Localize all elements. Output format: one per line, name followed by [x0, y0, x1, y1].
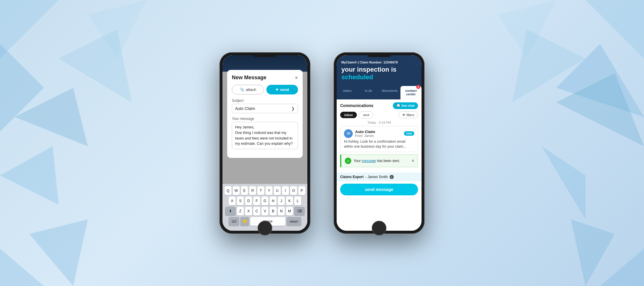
key-w[interactable]: W — [233, 186, 240, 195]
svg-marker-3 — [0, 146, 59, 205]
message-textarea[interactable]: Hey James,One thing I noticed was that m… — [232, 122, 298, 149]
inbox-button[interactable]: inbox — [340, 112, 357, 118]
toast-text: Your message has been sent. — [354, 159, 400, 163]
key-g[interactable]: G — [261, 197, 268, 205]
svg-marker-5 — [59, 29, 132, 102]
info-icon[interactable]: i — [390, 175, 394, 179]
key-p[interactable]: P — [298, 186, 305, 195]
phone-2-home-button[interactable] — [372, 221, 386, 235]
check-icon: ✓ — [345, 158, 351, 164]
shift-key[interactable]: ⬆ — [225, 207, 236, 216]
message-preview: Hi Ashley, Look for a confirmation email… — [344, 139, 414, 149]
chat-icon: 💬 — [396, 104, 400, 108]
key-i[interactable]: I — [282, 186, 289, 195]
tab-status[interactable]: status — [337, 86, 358, 99]
message-link[interactable]: message — [362, 159, 376, 163]
svg-marker-15 — [600, 249, 644, 286]
claim-tabs: status to do documents contactcenter 1 — [337, 86, 422, 99]
svg-marker-1 — [0, 44, 44, 132]
key-j[interactable]: J — [278, 197, 285, 205]
live-chat-label: live chat — [402, 104, 415, 107]
your-message-label: Your message — [232, 117, 298, 121]
emoji-key[interactable]: 🙂 — [240, 217, 249, 226]
tab-documents[interactable]: documents — [379, 86, 400, 99]
inbox-sent-row: inbox sent 👁 filters — [340, 111, 418, 118]
phone-2: MyClaim® | Claim Number: 12345678 your i… — [334, 52, 424, 234]
close-icon[interactable]: × — [295, 75, 298, 80]
key-h[interactable]: H — [270, 197, 277, 205]
communications-header: Communications 💬 live chat — [340, 102, 418, 109]
phone-2-screen: MyClaim® | Claim Number: 12345678 your i… — [337, 55, 422, 231]
key-u[interactable]: U — [274, 186, 281, 195]
svg-marker-0 — [0, 0, 59, 58]
tab-badge: 1 — [416, 85, 420, 89]
key-c[interactable]: C — [253, 207, 260, 216]
key-y[interactable]: Y — [266, 186, 273, 195]
new-badge: new — [404, 131, 414, 136]
chevron-down-icon: ❯ — [291, 106, 295, 111]
svg-marker-11 — [512, 29, 585, 102]
message-meta: Auto Claim From: James — [355, 130, 402, 137]
subject-label: Subject — [232, 99, 298, 103]
key-k[interactable]: K — [286, 197, 293, 205]
svg-marker-6 — [585, 0, 644, 58]
key-d[interactable]: D — [245, 197, 252, 205]
claim-header: MyClaim® | Claim Number: 12345678 your i… — [337, 55, 422, 86]
key-v[interactable]: V — [261, 207, 268, 216]
toast-close-icon[interactable]: × — [412, 158, 414, 163]
success-toast: ✓ Your message has been sent. × — [340, 154, 418, 167]
paperclip-icon: 📎 — [240, 87, 244, 92]
message-date: Today - 3:19 PM — [340, 118, 418, 126]
svg-marker-14 — [0, 249, 44, 286]
claims-expert-bar: Claims Expert - James Smith i — [337, 173, 422, 181]
message-item[interactable]: JS Auto Claim From: James new Hi Ashley,… — [340, 126, 418, 152]
numbers-key[interactable]: 123 — [229, 217, 239, 226]
key-f[interactable]: F — [253, 197, 260, 205]
filters-label: filters — [407, 113, 414, 117]
phone-1: New Message × 📎 attach ✈ send — [220, 52, 310, 234]
svg-marker-12 — [88, 0, 146, 58]
claim-number-label: | Claim Number: 12345678 — [358, 61, 398, 64]
key-s[interactable]: S — [237, 197, 244, 205]
subject-field[interactable]: Auto Claim ❯ — [232, 104, 298, 113]
key-l[interactable]: L — [294, 197, 301, 205]
key-r[interactable]: R — [249, 186, 256, 195]
key-x[interactable]: X — [245, 207, 252, 216]
svg-marker-7 — [556, 44, 644, 117]
tab-todo[interactable]: to do — [358, 86, 379, 99]
communications-title: Communications — [340, 103, 374, 108]
svg-marker-9 — [542, 146, 585, 219]
message-subject: Auto Claim — [355, 130, 402, 134]
claims-expert-name: - James Smith — [365, 175, 388, 179]
key-z[interactable]: Z — [237, 207, 244, 216]
key-b[interactable]: B — [270, 207, 277, 216]
filters-button[interactable]: 👁 filters — [398, 111, 418, 118]
key-n[interactable]: N — [278, 207, 285, 216]
modal-actions: 📎 attach ✈ send — [232, 85, 298, 94]
key-o[interactable]: O — [290, 186, 297, 195]
delete-key[interactable]: ⌫ — [294, 207, 305, 216]
key-m[interactable]: M — [286, 207, 293, 216]
live-chat-button[interactable]: 💬 live chat — [393, 102, 418, 109]
subject-value: Auto Claim — [235, 106, 291, 111]
phone-1-home-button[interactable] — [258, 221, 272, 235]
key-e[interactable]: E — [241, 186, 248, 195]
attach-button[interactable]: 📎 attach — [232, 85, 264, 94]
send-button[interactable]: ✈ send — [266, 85, 298, 94]
key-a[interactable]: A — [229, 197, 236, 205]
claims-expert-label: Claims Expert — [340, 175, 364, 179]
phones-container: New Message × 📎 attach ✈ send — [220, 52, 424, 234]
keyboard-row-3: ⬆ Z X C V B N M ⌫ — [224, 207, 306, 216]
phone-1-notch — [253, 53, 277, 57]
keyboard-row-1: Q W E R T Y U I O P — [224, 186, 306, 195]
svg-marker-4 — [29, 219, 88, 286]
phone-2-notch — [367, 53, 391, 57]
return-key[interactable]: return — [287, 217, 301, 226]
tab-contact-center[interactable]: contactcenter 1 — [400, 86, 422, 99]
key-t[interactable]: T — [257, 186, 264, 195]
key-q[interactable]: Q — [225, 186, 232, 195]
sent-button[interactable]: sent — [359, 111, 374, 118]
brand-bar: MyClaim® | Claim Number: 12345678 — [341, 61, 417, 64]
claim-title: your inspection is scheduled — [341, 66, 417, 81]
send-message-button[interactable]: send message — [340, 184, 418, 195]
